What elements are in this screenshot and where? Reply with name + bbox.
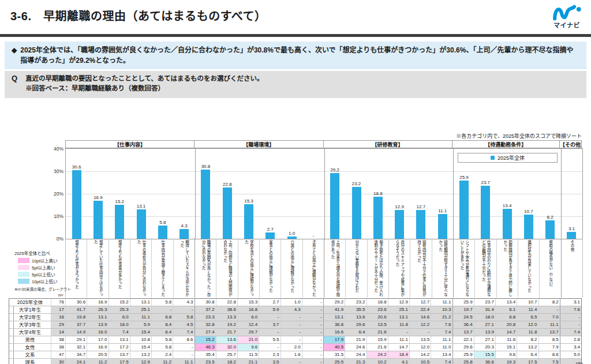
bar-value-label: 18.8 [373,191,383,196]
bar-value-label: - [313,233,315,238]
y-axis-tick: 40% [46,146,63,152]
table-cell: 18.4 [388,351,409,358]
table-cell: - [173,351,194,358]
table-cell: 10.3 [431,306,452,313]
table-cell: 4.1 [388,359,409,364]
table-cell: 19.8 [65,314,87,321]
table-cell: 8.5 [538,336,560,343]
table-cell: 11.1 [538,321,560,328]
table-cell: 10.5 [409,359,431,364]
bar-slot: 11.1 [432,149,453,239]
table-cell: 13.4 [431,351,452,358]
table-cell: 3.4 [560,344,581,351]
table-cell: 5.8 [151,336,173,343]
bar-slot: 13.1 [130,149,152,239]
table-cell: - [302,321,323,328]
table-cell: 29.7 [237,329,259,336]
bar-value-label: 13.4 [503,203,512,208]
table-cell: 14.7 [388,344,409,351]
category-label-cell: 仕事内容が単調で飽きてしまった [151,238,173,298]
table-cell: 5.8 [151,344,173,351]
row-label: 2025年全体 [9,299,51,306]
chart-area: ※各カテゴリ内で、2025年全体のスコアで降順ソート 【仕事内容】【職場環境】【… [0,130,591,364]
bar [330,173,339,239]
table-cell: 7.5 [538,359,560,364]
table-cell: 34.7 [65,351,87,358]
category-label: 福利厚生が充実していなかった [526,240,532,298]
table-cell: 20.6 [366,314,388,321]
table-row: 大学3年生2937.713.918.05.98.44.532.819.212.4… [9,321,581,328]
table-cell: 3.1 [560,299,581,306]
section-divider [195,149,196,239]
table-cell: 8.2 [538,299,560,306]
table-cell: 15.2 [194,336,216,343]
table-cell: 12.7 [409,299,431,306]
category-label: 上司／同僚など職場の人間関係が合わなかった [222,240,233,298]
table-cell: 5.8 [151,299,173,306]
table-cell: - [302,299,323,306]
bar-slot: 23.2 [346,149,367,239]
table-cell: 20.3 [474,344,495,351]
row-label: 理系 [9,359,51,364]
table-cell: 7.9 [538,344,560,351]
category-section-header: 【その他】 [559,140,582,148]
table-cell: - [259,344,280,351]
bar [373,197,383,239]
bar-value-label: 10.7 [524,209,533,214]
table-cell: 32.1 [65,344,87,351]
category-label-cell: 自分のスキルアップや成長に繋がらなそうだった [388,238,410,298]
diff-legend-item-label: 5pt以上高い [32,264,55,271]
category-label: 介護との両立に理解がなかった [289,240,294,298]
table-cell: 12.9 [388,299,409,306]
category-label-cell: 職場の雰囲気が良くなかった／自分に合わなかった [194,238,216,298]
category-label: 働き始めたばかりの際、受け入れ体制やサポートが不十分だった [373,240,383,298]
table-cell: - [560,314,581,321]
table-cell: 6.0 [109,314,130,321]
bar-value-label: 13.1 [137,204,146,209]
series-legend-label: 2025年全体 [498,154,525,162]
table-cell: 15.1 [495,344,517,351]
bar-slot: 2.7 [260,149,281,239]
category-section-header: 【研修教育】 [323,140,452,148]
table-row: 2025年全体7630.616.915.213.15.84.330.822.81… [9,299,581,306]
category-label-cell: 研修期間が短すぎて十分に学べなかった [432,238,453,298]
bar [503,209,512,239]
table-cell: 4.3 [280,306,302,313]
category-header-row: 【仕事内容】【職場環境】【研修教育】【待遇勤務条件】【その他】 [65,140,582,148]
category-label: 想定よりも仕事がきつかった [74,240,79,298]
table-cell: 11.1 [431,299,452,306]
y-axis-tick: 10% [46,213,63,219]
table-cell: 23.6 [366,306,388,313]
table-cell: 13.7 [109,351,130,358]
diff-color-swatch [18,258,29,263]
table-cell: 16.9 [87,344,108,351]
table-row: 大学4年生1414.916.07.415.46.47.427.421.729.7… [9,328,581,336]
table-cell: 23.2 [345,299,366,306]
table-cell: 29.2 [323,299,345,306]
bar-slot: 12.9 [388,149,410,239]
table-cell: 25.3 [109,306,130,313]
bar-slot: 29.2 [324,149,346,239]
table-cell: 24.2 [366,351,388,358]
category-label-cell: 福利厚生が充実していなかった [518,238,539,298]
table-cell: 30.6 [65,299,87,306]
table-cell: 13.3 [216,314,237,321]
table-row: 男性3829.117.013.110.85.88.615.213.621.05.… [9,336,581,343]
table-cell: 7.4 [173,329,194,336]
bar-value-label: 29.2 [330,167,339,172]
table-cell: 13.5 [409,336,431,343]
table-cell: 6.0 [237,314,259,321]
table-cell: 11.1 [388,336,409,343]
table-cell: 27.1 [474,336,495,343]
y-axis-tick: 30% [46,168,63,174]
table-cell: 7.4 [109,329,130,336]
bar-chart-plot: 30.616.915.213.15.84.330.822.815.32.71.0… [65,148,583,239]
category-label-cell: 勤務時間が長すぎて体力的に厳しかった [496,238,518,298]
diff-legend: 2025年全体と比べ 10pt以上高い5pt以上高い5pt以上低い10pt以上低… [14,250,72,292]
page-header: 3-6. 早期離職の理由（あてはまるものすべて） マイナビ [0,0,591,32]
table-cell: 13.7 [538,329,560,336]
n-value: 47 [51,351,65,358]
table-cell: 29.1 [65,336,87,343]
n-value: 16 [51,314,65,321]
diff-color-swatch [18,272,29,277]
